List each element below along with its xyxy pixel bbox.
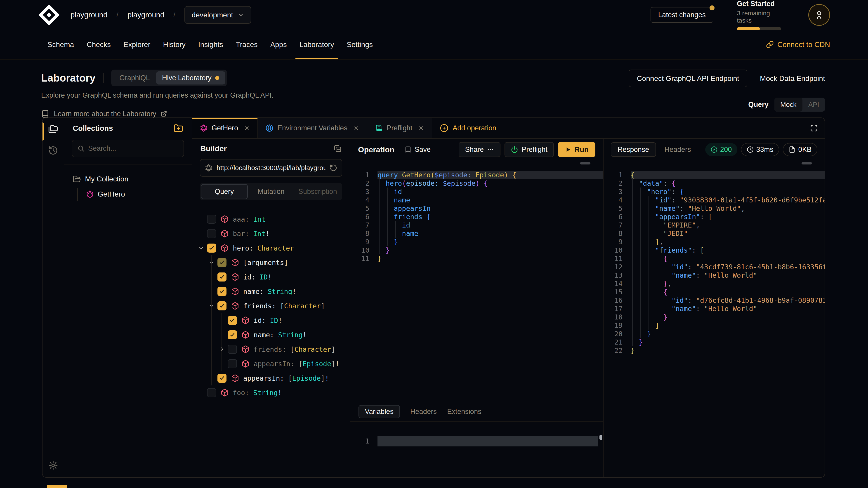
segment-mutation[interactable]: Mutation <box>248 184 294 199</box>
learn-more-link[interactable]: Learn more about the Laboratory <box>54 110 156 118</box>
chevron-down-icon[interactable] <box>209 259 215 266</box>
variables-editor[interactable]: 1 <box>350 422 603 477</box>
nav-tab-traces[interactable]: Traces <box>229 30 264 59</box>
tab-headers[interactable]: Headers <box>410 408 437 416</box>
segment-query[interactable]: Query <box>201 184 248 199</box>
settings-gear-icon[interactable] <box>48 460 58 470</box>
nav-tab-checks[interactable]: Checks <box>80 30 117 59</box>
nav-tab-apps[interactable]: Apps <box>264 30 293 59</box>
nav-tab-settings[interactable]: Settings <box>340 30 379 59</box>
checkbox-unchecked[interactable] <box>207 229 216 238</box>
scrollbar-thumb[interactable] <box>580 162 590 164</box>
tree-row-friends[interactable]: friends: [Character] <box>192 299 350 313</box>
chevron-down-icon[interactable] <box>198 245 204 251</box>
checkbox-checked[interactable] <box>228 330 237 339</box>
segment-subscription[interactable]: Subscription <box>294 184 341 199</box>
add-collection-folder-icon[interactable] <box>174 124 183 133</box>
tree-row-foo[interactable]: foo: String! <box>192 385 350 400</box>
tab-environment-variables[interactable]: Environment Variables <box>258 118 367 138</box>
collections-icon[interactable] <box>48 124 58 134</box>
history-icon[interactable] <box>48 145 58 156</box>
tree-row-bar[interactable]: bar: Int! <box>192 226 350 241</box>
tree-row-friends-appearsin[interactable]: appearsIn: [Episode]! <box>192 357 350 371</box>
collections-search[interactable] <box>72 140 184 157</box>
top-header: playground / playground / development La… <box>0 0 868 30</box>
nav-tab-history[interactable]: History <box>157 30 192 59</box>
header-actions: Latest changes Get Started 3 remaining t… <box>651 0 830 30</box>
hive-laboratory-mode-option[interactable]: Hive Laboratory <box>156 71 225 85</box>
target-selector[interactable]: development <box>184 6 251 24</box>
run-button[interactable]: Run <box>558 142 595 157</box>
preflight-button[interactable]: Preflight <box>504 142 554 157</box>
mock-data-endpoint-label[interactable]: Mock Data Endpoint <box>760 74 825 83</box>
tab-extensions[interactable]: Extensions <box>447 408 482 416</box>
checkbox-mixed[interactable] <box>217 258 226 267</box>
tree-row-friends-name[interactable]: name: String! <box>192 328 350 342</box>
checkbox-unchecked[interactable] <box>207 388 216 397</box>
get-started-widget[interactable]: Get Started 3 remaining tasks <box>737 0 781 30</box>
code-line: 22} <box>603 346 825 355</box>
nav-tab-schema[interactable]: Schema <box>41 30 80 59</box>
checkbox-checked[interactable] <box>217 374 226 383</box>
tree-row-friends-friends[interactable]: friends: [Character] <box>192 342 350 357</box>
checkbox-checked[interactable] <box>228 316 237 325</box>
tree-row-aaa[interactable]: aaa: Int <box>192 212 350 226</box>
search-input[interactable] <box>88 144 179 153</box>
chevron-right-icon[interactable] <box>219 346 225 352</box>
scrollbar-thumb[interactable] <box>599 435 602 440</box>
checkbox-unchecked[interactable] <box>207 215 216 224</box>
nav-tab-explorer[interactable]: Explorer <box>117 30 157 59</box>
checkbox-unchecked[interactable] <box>228 345 237 354</box>
chevron-down-icon[interactable] <box>209 303 215 309</box>
tab-gethero[interactable]: GetHero <box>192 118 258 138</box>
close-icon[interactable] <box>244 125 250 131</box>
checkbox-checked[interactable] <box>217 287 226 296</box>
endpoint-url-field[interactable] <box>200 159 342 177</box>
nav-tab-insights[interactable]: Insights <box>192 30 229 59</box>
breadcrumb-org[interactable]: playground <box>70 11 107 19</box>
checkbox-checked[interactable] <box>217 272 226 282</box>
preflight-label: Preflight <box>522 145 548 154</box>
response-editor[interactable]: 1{ 2 "data": { 3 "hero": { 4 "id": "9303… <box>603 160 825 477</box>
query-editor[interactable]: 1query GetHero($episode: Episode) { 2 he… <box>350 160 603 402</box>
share-button[interactable]: Share <box>459 142 500 157</box>
avatar[interactable] <box>808 4 830 26</box>
connect-endpoint-button[interactable]: Connect GraphQL API Endpoint <box>629 70 747 87</box>
nav-tab-laboratory[interactable]: Laboratory <box>293 30 340 59</box>
tab-response-headers[interactable]: Headers <box>664 145 691 154</box>
latest-changes-button[interactable]: Latest changes <box>651 7 713 23</box>
schema-field-tree[interactable]: aaa: Int bar: Int! hero: Chara <box>192 212 350 477</box>
cube-icon <box>221 215 229 223</box>
hive-logo-icon[interactable] <box>38 4 60 26</box>
collection-item-gethero[interactable]: GetHero <box>86 188 183 201</box>
tab-preflight[interactable]: Preflight <box>367 118 432 138</box>
save-button[interactable]: Save <box>404 145 431 154</box>
tree-row-arguments[interactable]: [arguments] <box>192 255 350 270</box>
variables-empty-line[interactable] <box>377 436 598 447</box>
close-icon[interactable] <box>353 125 359 131</box>
refresh-icon[interactable] <box>330 164 337 172</box>
graphiql-mode-option[interactable]: GraphiQL <box>113 74 156 82</box>
collapse-panel-icon[interactable] <box>333 144 342 153</box>
toggle-option-mock[interactable]: Mock <box>774 98 802 111</box>
tree-row-friends-id[interactable]: id: ID! <box>192 313 350 328</box>
tree-row-name[interactable]: name: String! <box>192 284 350 299</box>
tree-row-id[interactable]: id: ID! <box>192 270 350 284</box>
endpoint-url-input[interactable] <box>217 164 326 172</box>
tree-row-hero[interactable]: hero: Character <box>192 241 350 255</box>
checkbox-checked[interactable] <box>207 243 216 253</box>
checkbox-unchecked[interactable] <box>228 359 237 368</box>
tree-row-appearsin[interactable]: appearsIn: [Episode]! <box>192 371 350 385</box>
add-operation-button[interactable]: Add operation <box>440 118 496 138</box>
connect-to-cdn-link[interactable]: Connect to CDN <box>766 40 830 49</box>
tab-response[interactable]: Response <box>611 142 656 157</box>
fullscreen-button[interactable] <box>803 118 825 138</box>
breadcrumb-project[interactable]: playground <box>127 11 164 19</box>
tab-variables[interactable]: Variables <box>359 405 400 418</box>
scrollbar-thumb[interactable] <box>802 162 812 164</box>
close-icon[interactable] <box>418 125 424 131</box>
tree-row-label: hero: Character <box>233 244 294 252</box>
toggle-option-api[interactable]: API <box>802 98 825 111</box>
checkbox-checked[interactable] <box>217 301 226 311</box>
collection-folder[interactable]: My Collection <box>73 175 183 183</box>
